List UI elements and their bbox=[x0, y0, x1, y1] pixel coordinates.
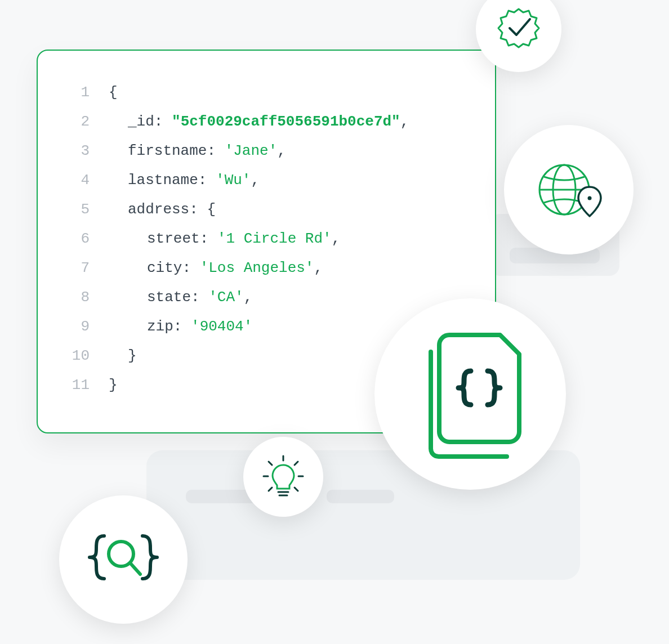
verified-checkmark-icon bbox=[495, 6, 542, 53]
code-token-punc: } bbox=[109, 370, 118, 400]
json-search-badge bbox=[59, 495, 188, 624]
line-number: 9 bbox=[55, 312, 109, 341]
code-token-key: lastname bbox=[128, 166, 198, 195]
code-token-key: state bbox=[147, 283, 191, 312]
diagram-stage: 1{2_id: "5cf0029caff5056591b0ce7d",3firs… bbox=[0, 0, 669, 644]
code-line: 6street: '1 Circle Rd', bbox=[55, 224, 478, 253]
line-number: 11 bbox=[55, 370, 109, 400]
line-number: 1 bbox=[55, 78, 109, 107]
code-token-punc: } bbox=[128, 341, 137, 370]
code-token-key: firstname bbox=[128, 136, 207, 166]
json-documents-icon bbox=[411, 329, 529, 459]
globe-location-icon bbox=[533, 154, 604, 225]
code-token-key: address bbox=[128, 195, 189, 224]
bg-bar bbox=[327, 490, 394, 503]
code-token-punc: , bbox=[314, 253, 323, 283]
code-token-string: 'Wu' bbox=[216, 166, 251, 195]
code-line: 8state: 'CA', bbox=[55, 283, 478, 312]
code-line: 5address: { bbox=[55, 195, 478, 224]
code-token-punc: , bbox=[332, 224, 341, 253]
svg-line-9 bbox=[269, 488, 272, 491]
code-token-punc: : bbox=[200, 224, 217, 253]
line-number: 4 bbox=[55, 166, 109, 195]
line-number: 5 bbox=[55, 195, 109, 224]
code-token-punc: : bbox=[182, 253, 199, 283]
line-number: 2 bbox=[55, 107, 109, 136]
svg-line-10 bbox=[295, 488, 298, 491]
code-token-key: street bbox=[147, 224, 200, 253]
svg-line-5 bbox=[269, 462, 272, 465]
line-number: 8 bbox=[55, 283, 109, 312]
code-token-key: city bbox=[147, 253, 182, 283]
code-token-string: 'CA' bbox=[208, 283, 243, 312]
code-token-punc: : bbox=[173, 312, 191, 341]
code-line: 7city: 'Los Angeles', bbox=[55, 253, 478, 283]
globe-location-badge bbox=[504, 125, 634, 254]
code-token-string: '90404' bbox=[191, 312, 252, 341]
code-token-string: '1 Circle Rd' bbox=[217, 224, 332, 253]
code-line: 4lastname: 'Wu', bbox=[55, 166, 478, 195]
code-line: 3firstname: 'Jane', bbox=[55, 136, 478, 166]
code-token-string: 'Los Angeles' bbox=[200, 253, 314, 283]
code-token-punc: : bbox=[191, 283, 208, 312]
line-number: 3 bbox=[55, 136, 109, 166]
code-line: 2_id: "5cf0029caff5056591b0ce7d", bbox=[55, 107, 478, 136]
svg-line-14 bbox=[130, 563, 140, 574]
json-documents-badge bbox=[374, 298, 566, 490]
line-number: 7 bbox=[55, 253, 109, 283]
json-search-icon bbox=[84, 526, 163, 593]
code-token-punc: { bbox=[109, 78, 118, 107]
code-token-punc: : bbox=[198, 166, 216, 195]
code-token-punc: : { bbox=[189, 195, 216, 224]
code-token-string: 'Jane' bbox=[225, 136, 278, 166]
code-token-punc: , bbox=[251, 166, 260, 195]
idea-badge bbox=[243, 437, 323, 517]
code-token-key: zip bbox=[147, 312, 173, 341]
code-token-string: "5cf0029caff5056591b0ce7d" bbox=[172, 107, 400, 136]
code-line: 1{ bbox=[55, 78, 478, 107]
code-token-punc: , bbox=[244, 283, 253, 312]
svg-point-3 bbox=[588, 196, 592, 200]
code-token-punc: : bbox=[154, 107, 172, 136]
code-token-punc: , bbox=[400, 107, 409, 136]
line-number: 6 bbox=[55, 224, 109, 253]
code-token-punc: , bbox=[277, 136, 286, 166]
line-number: 10 bbox=[55, 341, 109, 370]
code-token-punc: : bbox=[207, 136, 224, 166]
svg-line-6 bbox=[295, 462, 298, 465]
lightbulb-idea-icon bbox=[259, 453, 307, 501]
code-token-key: _id bbox=[128, 107, 154, 136]
